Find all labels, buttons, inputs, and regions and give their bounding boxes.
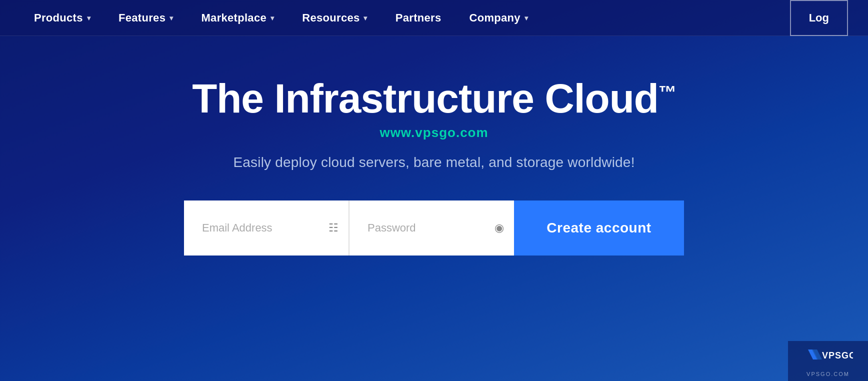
svg-text:VPSGO: VPSGO [822,350,853,360]
nav-item-resources[interactable]: Resources ▾ [288,0,382,36]
nav-item-features[interactable]: Features ▾ [104,0,187,36]
vpsgo-domain: VPSGO.COM [806,371,850,377]
password-input-wrapper: ◉ [350,200,514,256]
nav-company-label: Company [469,12,520,24]
email-icon: ☷ [328,222,338,234]
nav-item-marketplace[interactable]: Marketplace ▾ [187,0,288,36]
navbar: Products ▾ Features ▾ Marketplace ▾ Reso… [0,0,868,36]
login-label: Log [809,12,829,24]
hero-section: The Infrastructure Cloud™ www.vpsgo.com … [0,36,868,256]
chevron-down-icon: ▾ [364,14,367,22]
nav-products-label: Products [34,12,83,24]
login-button[interactable]: Log [790,0,848,36]
nav-menu: Products ▾ Features ▾ Marketplace ▾ Reso… [20,0,790,36]
bottom-watermark: VPSGO VPSGO.COM [788,341,868,381]
password-input[interactable] [350,200,514,256]
nav-item-company[interactable]: Company ▾ [455,0,542,36]
watermark-text: www.vpsgo.com [380,125,488,140]
hero-subtitle: Easily deploy cloud servers, bare metal,… [233,154,634,170]
email-input-wrapper: ☷ [184,200,348,256]
chevron-down-icon: ▾ [270,14,274,22]
email-input[interactable] [184,200,348,256]
chevron-down-icon: ▾ [170,14,173,22]
signup-form: ☷ ◉ Create account [184,200,684,256]
create-account-button[interactable]: Create account [514,200,684,256]
nav-marketplace-label: Marketplace [201,12,266,24]
password-icon: ◉ [494,222,504,234]
vpsgo-logo: VPSGO [803,346,853,371]
nav-item-partners[interactable]: Partners [382,0,456,36]
nav-features-label: Features [118,12,166,24]
chevron-down-icon: ▾ [524,14,528,22]
hero-title: The Infrastructure Cloud™ [192,76,676,121]
chevron-down-icon: ▾ [87,14,90,22]
nav-item-products[interactable]: Products ▾ [20,0,104,36]
nav-resources-label: Resources [302,12,360,24]
nav-partners-label: Partners [396,12,442,24]
